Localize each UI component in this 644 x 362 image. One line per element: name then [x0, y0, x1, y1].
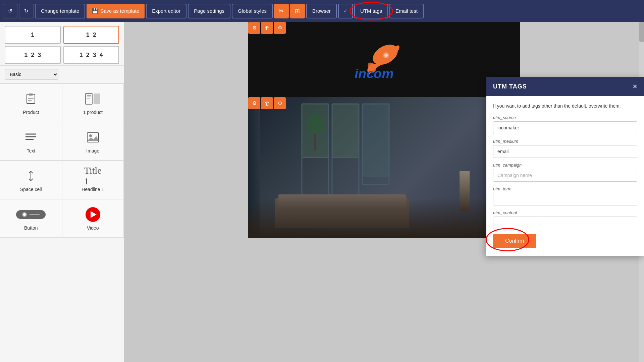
utm-tags-label: UTM tags — [360, 8, 382, 14]
block-2-toolbar: ⚙ 🗑 ⚙ — [248, 97, 286, 109]
email-test-button[interactable]: Email test — [389, 4, 424, 18]
redo-icon: ↻ — [24, 8, 29, 14]
change-template-label: Change template — [41, 8, 79, 14]
headline1-label: Headline 1 — [82, 187, 104, 192]
header-image-block: incom — [248, 22, 520, 97]
col-1-2-3-button[interactable]: 1 2 3 — [5, 46, 61, 64]
sidebar-item-headline1[interactable]: Title 1 Headline 1 — [62, 161, 124, 199]
redo-button[interactable]: ↻ — [19, 4, 34, 18]
sidebar-item-spacecell[interactable]: Space cell — [0, 161, 62, 199]
interior-image-block — [248, 97, 520, 238]
undo-button[interactable]: ↺ — [3, 4, 17, 18]
global-styles-label: Global styles — [238, 8, 267, 14]
email-test-label: Email test — [395, 8, 418, 14]
utm-content-field: utm_content — [493, 210, 637, 229]
sidebar-grid-items: Product 1 product — [0, 83, 124, 238]
sidebar-item-product[interactable]: Product — [0, 83, 62, 122]
text-icon — [23, 129, 39, 145]
sidebar-item-button[interactable]: Button — [0, 199, 62, 238]
svg-rect-1 — [29, 94, 33, 96]
col-row-2: 1 2 3 1 2 3 4 — [5, 46, 119, 64]
svg-rect-0 — [27, 94, 35, 104]
svg-text:incom: incom — [355, 66, 394, 81]
utm-close-button[interactable]: × — [633, 82, 637, 90]
col-1-button[interactable]: 1 — [5, 26, 61, 44]
rocket-logo: incom — [347, 26, 421, 93]
utm-panel-title: UTM TAGS — [493, 83, 527, 90]
check-button[interactable]: ✓ — [338, 4, 353, 18]
browser-button[interactable]: Browser — [306, 4, 337, 18]
button-label: Button — [24, 225, 38, 231]
canvas-content: ⚙ 🗑 ⚙ — [248, 22, 520, 238]
save-as-template-label: Save as template — [100, 8, 139, 14]
utm-description: If you want to add tags other than the d… — [493, 103, 637, 110]
col-row-1: 1 1 2 — [5, 26, 119, 44]
utm-campaign-input[interactable] — [493, 169, 637, 182]
scissors-icon: ✂ — [279, 7, 284, 15]
image-label: Image — [86, 148, 99, 154]
svg-rect-4 — [86, 94, 92, 104]
utm-medium-input[interactable] — [493, 145, 637, 158]
product-label: Product — [23, 110, 39, 115]
utm-content-label: utm_content — [493, 210, 637, 215]
check-icon: ✓ — [343, 8, 348, 14]
block-2-settings-btn[interactable]: ⚙ — [248, 97, 260, 109]
utm-medium-label: utm_medium — [493, 139, 637, 144]
confirm-button[interactable]: Confirm — [493, 234, 536, 248]
utm-source-label: utm_source — [493, 115, 637, 120]
global-styles-button[interactable]: Global styles — [232, 4, 273, 18]
rocket-area: incom — [248, 22, 520, 97]
spacecell-label: Space cell — [20, 187, 42, 192]
utm-term-input[interactable] — [493, 193, 637, 205]
headline1-icon: Title 1 — [85, 168, 101, 184]
1product-icon — [85, 91, 101, 107]
block-2-wrapper: ⚙ 🗑 ⚙ — [248, 97, 520, 238]
block-1-delete-btn[interactable]: 🗑 — [261, 22, 273, 34]
save-as-template-button[interactable]: 💾 Save as template — [87, 4, 145, 18]
block-1-settings-btn[interactable]: ⚙ — [248, 22, 260, 34]
text-label: Text — [26, 148, 35, 154]
sidebar: 1 1 2 1 2 3 1 2 3 4 Basic — [0, 22, 124, 362]
scissors-button[interactable]: ✂ — [274, 4, 289, 18]
video-icon — [85, 206, 101, 223]
expert-editor-button[interactable]: Expert editor — [146, 4, 186, 18]
block-2-delete-btn[interactable]: 🗑 — [261, 97, 273, 109]
expert-editor-label: Expert editor — [152, 8, 180, 14]
svg-rect-34 — [314, 134, 316, 151]
browser-label: Browser — [312, 8, 331, 14]
basic-select[interactable]: Basic — [5, 69, 58, 80]
interior-image — [248, 97, 520, 238]
sidebar-item-video[interactable]: Video — [62, 199, 124, 238]
svg-marker-14 — [87, 136, 99, 141]
col-1-2-3-4-button[interactable]: 1 2 3 4 — [63, 46, 119, 64]
svg-point-13 — [89, 134, 92, 137]
sidebar-item-text[interactable]: Text — [0, 122, 62, 161]
column-selector-area: 1 1 2 1 2 3 1 2 3 4 — [0, 22, 124, 66]
change-template-button[interactable]: Change template — [35, 4, 85, 18]
utm-confirm-row: Confirm — [493, 234, 637, 248]
grid-icon: ⊞ — [295, 7, 300, 15]
utm-tags-button[interactable]: UTM tags — [354, 4, 388, 18]
utm-content-input[interactable] — [493, 217, 637, 229]
block-2-config-btn[interactable]: ⚙ — [274, 97, 286, 109]
scrollbar-thumb[interactable] — [639, 22, 644, 42]
canvas-area: ⚙ 🗑 ⚙ — [124, 22, 644, 362]
main-layout: 1 1 2 1 2 3 1 2 3 4 Basic — [0, 22, 644, 362]
basic-select-row: Basic — [0, 66, 124, 83]
product-icon — [23, 91, 39, 107]
block-1-toolbar: ⚙ 🗑 ⚙ — [248, 22, 286, 34]
svg-rect-31 — [332, 104, 359, 157]
block-1-config-btn[interactable]: ⚙ — [274, 22, 286, 34]
col-1-2-button[interactable]: 1 2 — [63, 26, 119, 44]
grid-button[interactable]: ⊞ — [290, 4, 305, 18]
page-settings-button[interactable]: Page settings — [188, 4, 230, 18]
block-1-wrapper: ⚙ 🗑 ⚙ — [248, 22, 520, 97]
sidebar-item-image[interactable]: Image — [62, 122, 124, 161]
utm-panel: UTM TAGS × If you want to add tags other… — [486, 77, 644, 256]
page-settings-label: Page settings — [194, 8, 224, 14]
utm-term-field: utm_term — [493, 186, 637, 205]
utm-source-input[interactable] — [493, 121, 637, 134]
sidebar-item-1product[interactable]: 1 product — [62, 83, 124, 122]
confirm-btn-wrapper: Confirm — [493, 234, 536, 248]
undo-icon: ↺ — [8, 8, 12, 14]
